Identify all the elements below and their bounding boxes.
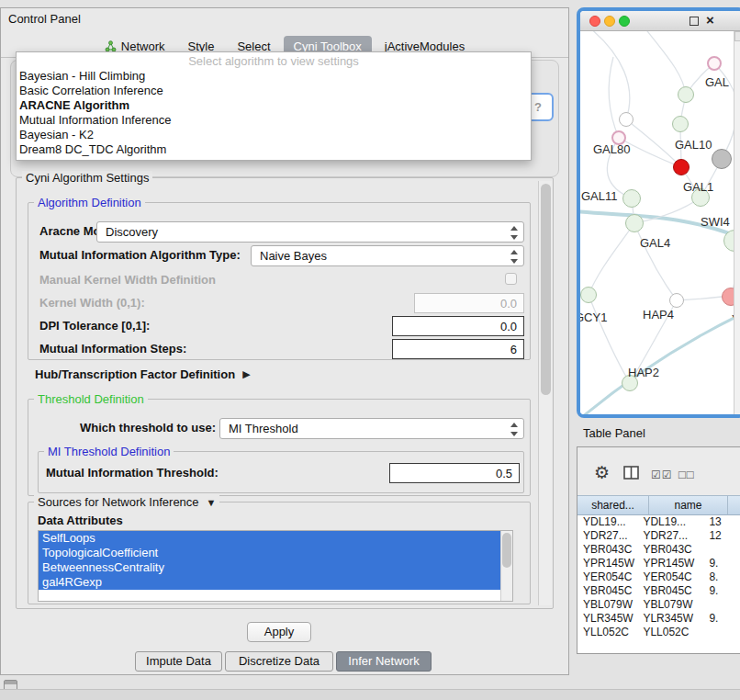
gear-icon[interactable]: ⚙ — [594, 462, 610, 483]
tab-infer-network[interactable]: Infer Network — [336, 651, 432, 672]
network-window-titlebar[interactable]: × — [580, 11, 740, 31]
traffic-light-minimize-icon[interactable] — [604, 16, 615, 27]
control-panel-title: Control Panel — [8, 12, 81, 26]
cell-shared-name: YLR345W — [577, 612, 637, 626]
cell-shared-name: YBL079W — [577, 598, 637, 612]
cell-name: YBL079W — [637, 598, 703, 612]
columns-icon[interactable] — [623, 466, 639, 480]
sources-title-label: Sources for Network Inference — [38, 495, 199, 509]
combo-stepper-icon — [510, 423, 519, 436]
column-header-shared-name[interactable]: shared... — [577, 495, 649, 515]
tab-discretize-data[interactable]: Discretize Data — [225, 651, 333, 672]
dpi-tolerance-input[interactable] — [392, 316, 524, 336]
table-row[interactable]: YER054C YER054C 8. — [577, 570, 740, 584]
settings-scrollbar-thumb[interactable] — [541, 184, 551, 395]
mi-steps-input[interactable] — [392, 339, 524, 359]
cell-value: 13 — [703, 515, 740, 529]
network-node[interactable] — [669, 293, 684, 308]
traffic-light-close-icon[interactable] — [589, 16, 600, 27]
which-threshold-select[interactable]: MI Threshold — [219, 418, 524, 439]
algorithm-option-bayesian-k2[interactable]: Bayesian - K2 — [17, 128, 531, 142]
settings-scrollbar[interactable] — [538, 181, 552, 605]
table-panel-window: ⚙ ☑☑ □□ shared... name YDL19... YDL19...… — [577, 446, 740, 654]
attribute-item-betweennesscentrality[interactable]: BetweennessCentrality — [39, 560, 500, 575]
network-canvas[interactable]: GAL GAL80 GAL10 GAL11 GAL1 SWI4 GAL4 GCY… — [580, 31, 740, 414]
aracne-mode-select[interactable]: Discovery — [96, 221, 524, 243]
node-label-hap4: HAP4 — [643, 308, 674, 322]
mi-threshold-group-title: MI Threshold Definition — [44, 445, 174, 458]
node-label-gal: GAL — [705, 75, 729, 89]
network-node[interactable] — [712, 149, 732, 169]
node-label-swi4: SWI4 — [701, 215, 730, 229]
attribute-list-scrollbar[interactable] — [500, 531, 512, 601]
algorithm-option-aracne[interactable]: ARACNE Algorithm — [17, 98, 531, 113]
cell-name: YDR27... — [637, 529, 703, 543]
float-window-icon[interactable] — [690, 17, 699, 26]
attribute-item-selfloops[interactable]: SelfLoops — [39, 531, 500, 546]
network-node[interactable] — [707, 56, 722, 71]
cyni-algorithm-settings-group: Cyni Algorithm Settings Algorithm Defini… — [16, 177, 554, 609]
cell-value — [703, 543, 740, 557]
cell-name: YLR345W — [637, 612, 703, 626]
tab-impute-data[interactable]: Impute Data — [135, 651, 222, 672]
network-node[interactable] — [619, 112, 633, 127]
cell-value: 12 — [703, 529, 740, 543]
table-row[interactable]: YBR045C YBR045C 9. — [577, 584, 740, 598]
algorithm-option-dream8[interactable]: Dream8 DC_TDC Algorithm — [17, 142, 531, 157]
close-window-icon[interactable]: × — [706, 12, 714, 28]
select-columns-icon[interactable]: ☑☑ — [651, 469, 673, 481]
network-scrollbar[interactable] — [734, 31, 740, 414]
column-header-name[interactable]: name — [649, 495, 728, 515]
aracne-mode-value: Discovery — [106, 225, 158, 239]
algorithm-option-basic-correlation[interactable]: Basic Correlation Inference — [17, 84, 531, 98]
table-toolbar: ⚙ ☑☑ □□ — [577, 447, 740, 495]
help-icon: ? — [534, 100, 542, 114]
table-row[interactable]: YLR345W YLR345W 9. — [577, 612, 740, 626]
network-node[interactable] — [672, 116, 689, 132]
scroll-up-icon[interactable] — [734, 31, 740, 41]
cell-name: YER054C — [637, 570, 703, 584]
table-row[interactable]: YDR27... YDR27... 12 — [577, 529, 740, 543]
mi-steps-label: Mutual Information Steps: — [39, 342, 186, 356]
network-node[interactable] — [625, 214, 644, 232]
network-node[interactable] — [622, 189, 641, 208]
app-root: Control Panel Network Style Select Cyni … — [0, 0, 740, 700]
algorithm-definition-title: Algorithm Definition — [34, 196, 145, 209]
control-panel-window: Control Panel Network Style Select Cyni … — [0, 7, 569, 675]
node-label-gal10: GAL10 — [675, 138, 712, 152]
table-row[interactable]: YDL19... YDL19... 13 — [577, 515, 740, 529]
node-label-gal4: GAL4 — [640, 236, 670, 250]
bottom-strip — [0, 689, 740, 700]
algorithm-option-mutual-information[interactable]: Mutual Information Inference — [17, 113, 531, 128]
algorithm-dropdown-list: Select algorithm to view settings Bayesi… — [16, 51, 532, 161]
hub-definition-expander[interactable]: Hub/Transcription Factor Definition ▶ — [35, 367, 251, 381]
mi-type-select[interactable]: Naive Bayes — [251, 245, 524, 266]
dpi-tolerance-label: DPI Tolerance [0,1]: — [39, 319, 150, 333]
manual-kernel-checkbox[interactable] — [505, 273, 517, 285]
attribute-item-gal4rgexp[interactable]: gal4RGexp — [39, 575, 500, 590]
cell-shared-name: YDR27... — [577, 529, 637, 543]
apply-button[interactable]: Apply — [247, 622, 311, 642]
table-row[interactable]: YBR043C YBR043C — [577, 543, 740, 557]
attribute-item-topologicalcoefficient[interactable]: TopologicalCoefficient — [39, 546, 500, 560]
network-node[interactable] — [678, 86, 694, 103]
expanded-arrow-icon[interactable]: ▼ — [207, 497, 217, 508]
network-node[interactable] — [580, 287, 597, 303]
attribute-list-scrollbar-thumb[interactable] — [502, 533, 511, 568]
manual-kernel-label: Manual Kernel Width Definition — [39, 273, 216, 287]
cell-value — [703, 598, 740, 612]
network-node[interactable] — [673, 159, 690, 175]
table-panel-title: Table Panel — [583, 426, 645, 440]
mi-type-label: Mutual Information Algorithm Type: — [39, 248, 241, 262]
table-row[interactable]: YLL052C YLL052C — [577, 626, 740, 639]
kernel-width-input[interactable] — [414, 293, 524, 313]
deselect-columns-icon[interactable]: □□ — [678, 468, 695, 481]
column-header-partial[interactable] — [728, 495, 740, 515]
table-row[interactable]: YBL079W YBL079W — [577, 598, 740, 612]
traffic-light-zoom-icon[interactable] — [619, 16, 630, 27]
algorithm-option-bayesian-hill-climbing[interactable]: Bayesian - Hill Climbing — [17, 69, 531, 84]
table-row[interactable]: YPR145W YPR145W 9. — [577, 557, 740, 570]
collapsed-arrow-icon: ▶ — [242, 368, 250, 380]
cell-shared-name: YDL19... — [577, 515, 637, 529]
mi-threshold-input[interactable] — [389, 463, 520, 483]
